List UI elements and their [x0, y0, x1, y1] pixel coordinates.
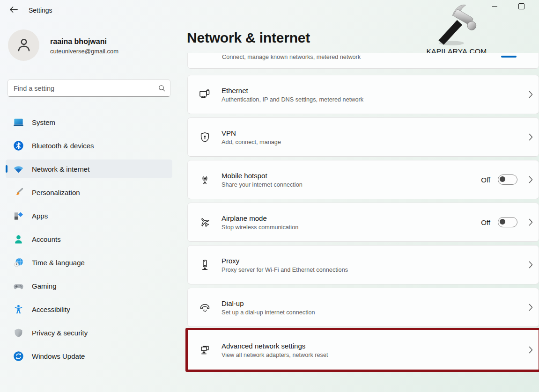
- chevron-right-icon: [529, 176, 533, 183]
- row-title: Proxy: [222, 257, 529, 265]
- sidebar-item-label: Privacy & security: [32, 329, 88, 337]
- profile-name: raaina bhojwani: [50, 37, 107, 46]
- mobile-hotspot-toggle[interactable]: [498, 174, 517, 185]
- page-title: Network & internet: [187, 30, 310, 46]
- toggle-state-label: Off: [481, 176, 490, 184]
- row-mobile-hotspot[interactable]: Mobile hotspot Share your internet conne…: [187, 160, 539, 199]
- sidebar-item-label: Apps: [32, 212, 48, 220]
- airplane-icon: [188, 216, 222, 229]
- hotspot-antenna-icon: [188, 174, 222, 186]
- profile-email: cuteuniverse@gmail.com: [50, 48, 118, 55]
- search-icon: [158, 84, 166, 94]
- sidebar-item-label: Gaming: [32, 282, 57, 290]
- globe-clock-icon: [13, 257, 24, 268]
- back-button[interactable]: [6, 3, 22, 17]
- sidebar-item-time-language[interactable]: Time & language: [6, 253, 172, 272]
- sidebar-item-windows-update[interactable]: Windows Update: [6, 347, 172, 365]
- person-icon: [15, 36, 32, 55]
- row-title: Dial-up: [222, 299, 529, 307]
- sidebar-item-network-internet[interactable]: Network & internet: [6, 160, 172, 178]
- back-arrow-icon: [9, 6, 18, 15]
- sidebar-item-label: Time & language: [32, 259, 85, 267]
- sidebar-item-label: Accessibility: [32, 305, 70, 313]
- sidebar-item-label: Accounts: [32, 235, 61, 243]
- sidebar-item-label: Windows Update: [32, 352, 85, 360]
- hammer-watermark-icon: [435, 2, 481, 50]
- windows-update-icon: [13, 351, 24, 362]
- chevron-right-icon: [529, 304, 533, 311]
- sidebar-item-accounts[interactable]: Accounts: [6, 230, 172, 248]
- row-subtitle: Connect, manage known networks, metered …: [222, 54, 361, 60]
- vpn-shield-icon: [188, 131, 222, 144]
- sidebar-item-apps[interactable]: Apps: [6, 206, 172, 225]
- avatar: [8, 29, 39, 61]
- maximize-icon: [518, 3, 524, 9]
- sidebar-item-privacy-security[interactable]: Privacy & security: [6, 323, 172, 342]
- proxy-server-icon: [188, 259, 222, 271]
- wifi-icon: [13, 164, 24, 174]
- row-wifi-partial[interactable]: Connect, manage known networks, metered …: [187, 53, 539, 69]
- maximize-button[interactable]: [510, 0, 532, 13]
- accessibility-person-icon: [13, 304, 24, 315]
- chevron-right-icon: [529, 346, 533, 354]
- apps-icon: [13, 211, 24, 221]
- row-vpn[interactable]: VPN Add, connect, manage: [187, 117, 539, 157]
- toggle-knob: [500, 219, 505, 225]
- system-icon: [13, 117, 24, 128]
- sidebar-item-accessibility[interactable]: Accessibility: [6, 300, 172, 319]
- minimize-button[interactable]: [484, 0, 505, 13]
- network-adapters-icon: [188, 344, 222, 356]
- sidebar-item-gaming[interactable]: Gaming: [6, 276, 172, 295]
- chevron-right-icon: [529, 91, 533, 98]
- shield-icon: [13, 327, 24, 338]
- accounts-icon: [13, 234, 24, 245]
- row-title: Ethernet: [222, 87, 529, 94]
- toggle-state-label: Off: [481, 218, 490, 226]
- row-title: Advanced network settings: [222, 342, 529, 350]
- sidebar-item-system[interactable]: System: [6, 113, 172, 131]
- row-dial-up[interactable]: Dial-up Set up a dial-up internet connec…: [187, 288, 539, 327]
- sidebar-item-label: Bluetooth & devices: [32, 142, 94, 150]
- sidebar-item-label: Personalization: [32, 189, 80, 196]
- chevron-right-icon: [529, 133, 533, 141]
- row-subtitle: Stop wireless communication: [222, 224, 481, 231]
- selected-indicator: [6, 165, 7, 173]
- ethernet-icon: [188, 88, 222, 101]
- paintbrush-icon: [13, 187, 24, 198]
- row-subtitle: Authentication, IP and DNS settings, met…: [222, 96, 529, 103]
- row-subtitle: Share your internet connection: [222, 181, 481, 188]
- window-title: Settings: [29, 7, 52, 14]
- airplane-mode-toggle[interactable]: [498, 217, 517, 227]
- row-airplane-mode[interactable]: Airplane mode Stop wireless communicatio…: [187, 203, 539, 242]
- row-subtitle: Add, connect, manage: [222, 139, 529, 145]
- row-title: VPN: [222, 129, 529, 137]
- row-proxy[interactable]: Proxy Proxy server for Wi-Fi and Etherne…: [187, 245, 539, 284]
- gamepad-icon: [13, 281, 24, 291]
- search-box: [7, 80, 170, 97]
- sidebar-item-label: Network & internet: [32, 165, 89, 173]
- sidebar: System Bluetooth & devices Network & int…: [6, 113, 172, 370]
- sidebar-item-label: System: [32, 118, 55, 126]
- row-subtitle: Proxy server for Wi-Fi and Ethernet conn…: [222, 267, 529, 273]
- row-subtitle: View all network adapters, network reset: [222, 352, 529, 358]
- row-title: Mobile hotspot: [222, 172, 481, 180]
- row-title: Airplane mode: [222, 214, 481, 222]
- row-subtitle: Set up a dial-up internet connection: [222, 309, 529, 316]
- chevron-right-icon: [529, 261, 533, 269]
- toggle-knob: [500, 176, 505, 182]
- minimize-icon: [492, 6, 497, 7]
- chevron-right-icon: [529, 218, 533, 226]
- search-input[interactable]: [7, 80, 170, 97]
- sidebar-item-bluetooth-devices[interactable]: Bluetooth & devices: [6, 136, 172, 155]
- row-advanced-network-settings[interactable]: Advanced network settings View all netwo…: [185, 328, 539, 372]
- bluetooth-icon: [13, 140, 24, 151]
- sidebar-item-personalization[interactable]: Personalization: [6, 183, 172, 202]
- row-ethernet[interactable]: Ethernet Authentication, IP and DNS sett…: [187, 75, 539, 114]
- wifi-toggle-partial[interactable]: [501, 56, 517, 58]
- dialup-phone-icon: [188, 301, 222, 314]
